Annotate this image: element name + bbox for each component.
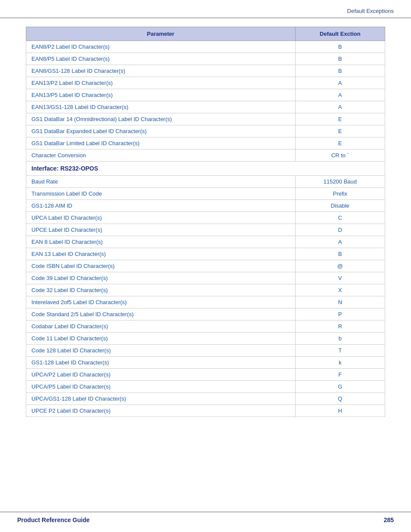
section-header-text: Interface: RS232-OPOS <box>31 165 98 172</box>
param-cell: EAN 13 Label ID Character(s) <box>26 248 296 260</box>
table-row: GS1 DataBar Limited Label ID Character(s… <box>26 137 385 149</box>
table-row: EAN 8 Label ID Character(s) A <box>26 236 385 248</box>
value-cell: A <box>295 236 385 248</box>
param-cell: Code 32 Label ID Character(s) <box>26 284 296 296</box>
param-col-header: Parameter <box>26 27 296 41</box>
param-cell: UPCA/P2 Label ID Character(s) <box>26 369 296 381</box>
table-header-row: Parameter Default Exction <box>26 27 385 41</box>
param-cell: Baud Rate <box>26 176 296 188</box>
value-cell: A <box>295 101 385 113</box>
value-cell: B <box>295 248 385 260</box>
table-row: EAN 13 Label ID Character(s) B <box>26 248 385 260</box>
table-row: GS1-128 Label ID Character(s) k <box>26 357 385 369</box>
value-cell: H <box>295 405 385 417</box>
param-cell: Codabar Label ID Character(s) <box>26 320 296 333</box>
table-row: UPCA Label ID Character(s) C <box>26 212 385 224</box>
table-row: EAN13/GS1-128 Label ID Character(s) A <box>26 101 385 113</box>
table-row: Code 39 Label ID Character(s) V <box>26 272 385 284</box>
table-row: UPCA/GS1-128 Label ID Character(s) Q <box>26 393 385 405</box>
table-row: Character Conversion CR to ` <box>26 149 385 162</box>
table-row: Interelaved 2of5 Label ID Character(s) N <box>26 296 385 308</box>
param-cell: EAN8/P2 Label ID Character(s) <box>26 41 296 53</box>
param-cell: GS1 DataBar Expanded Label ID Character(… <box>26 125 296 137</box>
table-row: EAN8/P2 Label ID Character(s) B <box>26 41 385 53</box>
value-cell: @ <box>295 260 385 272</box>
param-cell: UPCE Label ID Character(s) <box>26 224 296 236</box>
param-cell: Transmission Label ID Code <box>26 188 296 200</box>
table-row: Code 11 Label ID Character(s) b <box>26 333 385 345</box>
value-cell: A <box>295 89 385 101</box>
value-cell: T <box>295 345 385 357</box>
value-col-header: Default Exction <box>295 27 385 41</box>
value-cell: V <box>295 272 385 284</box>
value-cell: R <box>295 320 385 333</box>
value-cell: b <box>295 333 385 345</box>
param-cell: UPCE P2 Label ID Character(s) <box>26 405 296 417</box>
param-cell: Code 39 Label ID Character(s) <box>26 272 296 284</box>
table-row: Code 128 Label ID Character(s) T <box>26 345 385 357</box>
value-cell: B <box>295 41 385 53</box>
param-cell: EAN13/GS1-128 Label ID Character(s) <box>26 101 296 113</box>
value-cell: E <box>295 125 385 137</box>
param-cell: EAN8/GS1-128 Label ID Character(s) <box>26 65 296 77</box>
param-cell: Interelaved 2of5 Label ID Character(s) <box>26 296 296 308</box>
table-row: GS1 DataBar Expanded Label ID Character(… <box>26 125 385 137</box>
value-cell: X <box>295 284 385 296</box>
page-header: Default Exceptions <box>0 0 411 18</box>
param-cell: EAN8/P5 Label ID Character(s) <box>26 53 296 65</box>
param-cell: Code ISBN Label ID Character(s) <box>26 260 296 272</box>
footer-right-label: 285 <box>384 516 394 523</box>
table-row: EAN13/P2 Label ID Character(s) A <box>26 77 385 89</box>
table-row: UPCE P2 Label ID Character(s) H <box>26 405 385 417</box>
param-cell: Character Conversion <box>26 149 296 162</box>
value-cell: Prefix <box>295 188 385 200</box>
param-cell: GS1-128 Label ID Character(s) <box>26 357 296 369</box>
value-cell: Disable <box>295 200 385 212</box>
table-row: UPCE Label ID Character(s) D <box>26 224 385 236</box>
table-row: Codabar Label ID Character(s) R <box>26 320 385 333</box>
table-row: Code ISBN Label ID Character(s) @ <box>26 260 385 272</box>
table-row: Code Standard 2/5 Label ID Character(s) … <box>26 308 385 320</box>
main-content: Parameter Default Exction EAN8/P2 Label … <box>0 18 411 443</box>
value-cell: 115200 Baud <box>295 176 385 188</box>
param-cell: GS1 DataBar Limited Label ID Character(s… <box>26 137 296 149</box>
param-cell: UPCA/P5 Label ID Character(s) <box>26 381 296 393</box>
table-row: EAN8/P5 Label ID Character(s) B <box>26 53 385 65</box>
param-cell: UPCA/GS1-128 Label ID Character(s) <box>26 393 296 405</box>
main-table: Parameter Default Exction EAN8/P2 Label … <box>26 27 385 417</box>
footer-left-label: Product Reference Guide <box>17 516 90 523</box>
value-cell: k <box>295 357 385 369</box>
section-header-cell: Interface: RS232-OPOS <box>26 162 385 176</box>
page-footer: Product Reference Guide 285 <box>0 512 411 523</box>
table-row: Baud Rate 115200 Baud <box>26 176 385 188</box>
param-cell: Code 11 Label ID Character(s) <box>26 333 296 345</box>
param-cell: Code Standard 2/5 Label ID Character(s) <box>26 308 296 320</box>
table-row: GS1-128 AIM ID Disable <box>26 200 385 212</box>
header-title: Default Exceptions <box>347 8 394 14</box>
value-cell: D <box>295 224 385 236</box>
value-cell: F <box>295 369 385 381</box>
table-row: EAN8/GS1-128 Label ID Character(s) B <box>26 65 385 77</box>
param-cell: GS1 DataBar 14 (Omnidirectional) Label I… <box>26 113 296 125</box>
value-cell: C <box>295 212 385 224</box>
param-cell: UPCA Label ID Character(s) <box>26 212 296 224</box>
param-cell: EAN13/P5 Label ID Character(s) <box>26 89 296 101</box>
table-row: EAN13/P5 Label ID Character(s) A <box>26 89 385 101</box>
value-cell: E <box>295 113 385 125</box>
value-cell: A <box>295 77 385 89</box>
table-row: UPCA/P5 Label ID Character(s) G <box>26 381 385 393</box>
value-cell: B <box>295 53 385 65</box>
param-cell: GS1-128 AIM ID <box>26 200 296 212</box>
table-row: Transmission Label ID Code Prefix <box>26 188 385 200</box>
table-row: GS1 DataBar 14 (Omnidirectional) Label I… <box>26 113 385 125</box>
table-row: UPCA/P2 Label ID Character(s) F <box>26 369 385 381</box>
section-header-row: Interface: RS232-OPOS <box>26 162 385 176</box>
param-cell: Code 128 Label ID Character(s) <box>26 345 296 357</box>
value-cell: B <box>295 65 385 77</box>
value-cell: N <box>295 296 385 308</box>
value-cell: E <box>295 137 385 149</box>
table-row: Code 32 Label ID Character(s) X <box>26 284 385 296</box>
value-cell: G <box>295 381 385 393</box>
param-cell: EAN13/P2 Label ID Character(s) <box>26 77 296 89</box>
param-cell: EAN 8 Label ID Character(s) <box>26 236 296 248</box>
